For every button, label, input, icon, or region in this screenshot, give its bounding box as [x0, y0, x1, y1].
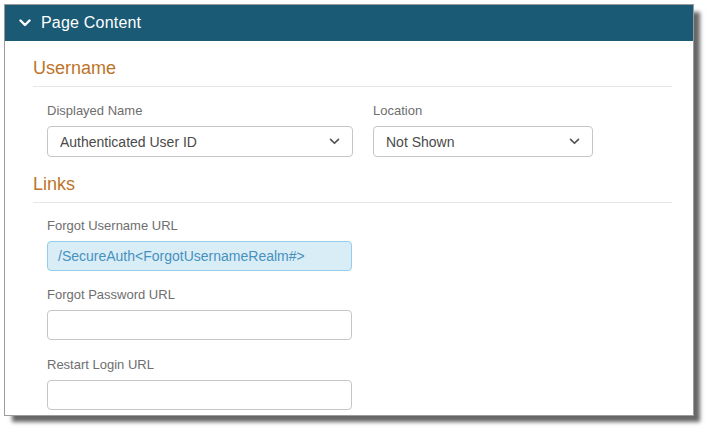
chevron-down-icon	[569, 138, 580, 145]
displayed-name-selected-value: Authenticated User ID	[60, 134, 197, 150]
location-selected-value: Not Shown	[386, 134, 454, 150]
displayed-name-label: Displayed Name	[47, 103, 353, 118]
page-content-panel: Page Content Username Displayed Name Aut…	[4, 4, 694, 416]
location-label: Location	[373, 103, 593, 118]
displayed-name-select[interactable]: Authenticated User ID	[47, 126, 353, 157]
forgot-username-url-label: Forgot Username URL	[47, 218, 693, 233]
forgot-password-url-field: Forgot Password URL	[47, 287, 693, 340]
section-heading-links: Links	[33, 174, 672, 203]
chevron-down-icon[interactable]	[19, 19, 31, 27]
location-field: Location Not Shown	[373, 103, 593, 157]
restart-login-url-label: Restart Login URL	[47, 357, 693, 372]
displayed-name-field: Displayed Name Authenticated User ID	[47, 103, 353, 157]
restart-login-url-input[interactable]	[47, 380, 352, 410]
location-select[interactable]: Not Shown	[373, 126, 593, 157]
forgot-password-url-input[interactable]	[47, 310, 352, 340]
chevron-down-icon	[329, 138, 340, 145]
panel-title: Page Content	[41, 14, 141, 32]
panel-body: Username Displayed Name Authenticated Us…	[5, 58, 693, 410]
forgot-username-url-input[interactable]	[47, 241, 352, 271]
restart-login-url-field: Restart Login URL	[47, 357, 693, 410]
section-heading-username: Username	[33, 58, 672, 87]
forgot-password-url-label: Forgot Password URL	[47, 287, 693, 302]
page-content-header[interactable]: Page Content	[5, 5, 693, 41]
forgot-username-url-field: Forgot Username URL	[47, 218, 693, 271]
